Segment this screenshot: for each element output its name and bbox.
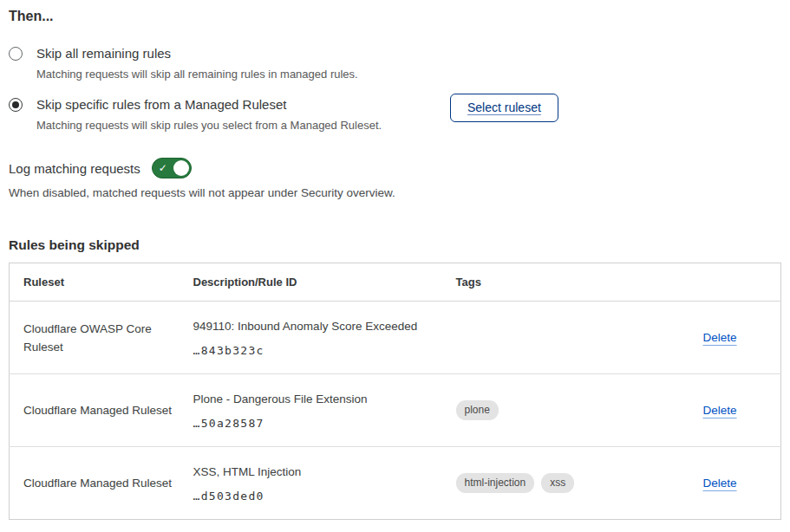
- toggle-check-icon: ✓: [159, 163, 167, 173]
- rule-tags-cell: plone: [442, 374, 689, 447]
- radio-skip-specific-rules[interactable]: [9, 98, 23, 112]
- column-header-description: Description/Rule ID: [180, 263, 442, 302]
- select-ruleset-button[interactable]: Select ruleset: [450, 94, 558, 122]
- column-header-tags: Tags: [442, 263, 689, 302]
- rule-action-cell: Delete: [689, 447, 781, 520]
- delete-rule-link[interactable]: Delete: [703, 331, 737, 344]
- rule-id: …843b323c: [193, 344, 435, 357]
- log-matching-label: Log matching requests: [9, 161, 140, 176]
- log-matching-description: When disabled, matched requests will not…: [9, 186, 781, 199]
- option-description: Matching requests will skip rules you se…: [36, 118, 435, 133]
- table-header-row: Ruleset Description/Rule ID Tags: [10, 263, 781, 302]
- rule-tags-cell: [442, 302, 689, 374]
- tag-badge: html-injection: [456, 473, 535, 493]
- option-text-block: Skip specific rules from a Managed Rules…: [36, 96, 435, 133]
- rule-description: XSS, HTML Injection: [193, 464, 435, 480]
- ruleset-name-cell: Cloudflare OWASP Core Ruleset: [10, 302, 180, 374]
- delete-rule-link[interactable]: Delete: [703, 477, 737, 490]
- skipped-rules-table: Ruleset Description/Rule ID Tags Cloudfl…: [9, 263, 781, 520]
- radio-skip-all-remaining[interactable]: [9, 47, 23, 61]
- table-row: Cloudflare Managed Ruleset XSS, HTML Inj…: [10, 447, 781, 520]
- option-skip-all-remaining: Skip all remaining rules Matching reques…: [9, 45, 781, 81]
- log-matching-toggle[interactable]: ✓: [152, 158, 192, 178]
- column-header-ruleset: Ruleset: [10, 263, 180, 302]
- rule-id: …50a28587: [193, 417, 435, 430]
- rule-action-cell: Delete: [689, 302, 781, 374]
- log-matching-row: Log matching requests ✓: [9, 158, 781, 178]
- then-heading: Then...: [9, 9, 781, 24]
- rule-description-cell: Plone - Dangerous File Extension …50a285…: [180, 374, 442, 447]
- option-label[interactable]: Skip all remaining rules: [36, 45, 435, 62]
- rule-description-cell: XSS, HTML Injection …d503ded0: [180, 447, 442, 520]
- option-description: Matching requests will skip all remainin…: [36, 67, 435, 81]
- rule-description: 949110: Inbound Anomaly Score Exceeded: [193, 319, 435, 334]
- option-skip-specific-rules: Skip specific rules from a Managed Rules…: [9, 96, 781, 133]
- tag-badge: xss: [541, 473, 574, 493]
- option-text-block: Skip all remaining rules Matching reques…: [36, 45, 435, 81]
- rule-tags-cell: html-injectionxss: [442, 447, 689, 520]
- rule-action-cell: Delete: [689, 374, 781, 447]
- waf-rule-config-panel: Then... Skip all remaining rules Matchin…: [0, 0, 790, 520]
- rule-description: Plone - Dangerous File Extension: [193, 392, 435, 407]
- column-header-action: [689, 263, 781, 302]
- rules-skipped-heading: Rules being skipped: [9, 237, 781, 253]
- option-label[interactable]: Skip specific rules from a Managed Rules…: [36, 96, 435, 113]
- rule-description-cell: 949110: Inbound Anomaly Score Exceeded ……: [180, 302, 442, 374]
- delete-rule-link[interactable]: Delete: [703, 404, 737, 417]
- toggle-knob: [173, 160, 189, 176]
- tag-badge: plone: [456, 400, 499, 420]
- rule-id: …d503ded0: [193, 490, 435, 503]
- table-row: Cloudflare Managed Ruleset Plone - Dange…: [10, 374, 781, 447]
- ruleset-name-cell: Cloudflare Managed Ruleset: [10, 374, 180, 447]
- table-row: Cloudflare OWASP Core Ruleset 949110: In…: [10, 302, 781, 374]
- ruleset-name-cell: Cloudflare Managed Ruleset: [10, 447, 180, 520]
